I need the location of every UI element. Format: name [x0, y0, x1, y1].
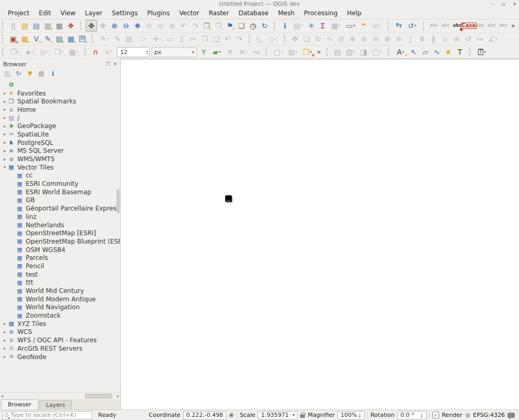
tree-item-vt-zoomstack[interactable]: ▦Zoomstack	[0, 311, 120, 320]
menu-layer[interactable]: Layer	[80, 8, 107, 19]
toolbar-drag-handle[interactable]	[92, 35, 95, 43]
crs-status[interactable]: EPSG:4326	[473, 412, 505, 418]
new-map-view[interactable]: ❐✦	[201, 20, 213, 32]
chevron-down-icon[interactable]: ▾	[275, 37, 277, 41]
tree-item-vt-osm-blueprint[interactable]: ▦OpenStreetMap Blueprint (ESRI)	[0, 237, 120, 246]
tree-item-vt-openstreetmap-esri[interactable]: ▦OpenStreetMap [ESRI]	[0, 229, 120, 237]
chevron-down-icon[interactable]: ▾	[379, 24, 382, 28]
scroll-thumb[interactable]	[85, 394, 112, 398]
tree-item-favorites[interactable]: ▸★Favorites	[0, 89, 120, 98]
menu-database[interactable]: Database	[234, 8, 273, 19]
tree-item-vt-netherlands[interactable]: ▦Netherlands	[0, 221, 120, 229]
toolbar-drag-handle[interactable]	[84, 48, 88, 56]
add-mesh-layer[interactable]: M✦	[77, 33, 88, 45]
tree-item-postgresql[interactable]: ▸♞PostgreSQL	[0, 139, 120, 147]
style-manager[interactable]: ❖	[65, 20, 77, 32]
scale-combobox[interactable]: 1:935971▾	[258, 411, 298, 419]
tree-item-root-folder[interactable]: ▸▨/	[0, 114, 120, 122]
add-vector-layer[interactable]: V✦	[30, 33, 42, 45]
new-print-layout[interactable]: ▥✦	[42, 20, 54, 32]
refresh-map[interactable]: ↻	[259, 20, 270, 32]
zoom-in[interactable]: ⊕	[109, 20, 120, 32]
expander-icon[interactable]: ▸	[2, 157, 7, 162]
deselect-all[interactable]: ❒✕▾	[300, 46, 315, 58]
expander-icon[interactable]: ▸	[2, 116, 7, 120]
polygon-annotation[interactable]: ▱	[419, 46, 431, 58]
close-panel-button[interactable]: ✕	[113, 61, 117, 67]
float-panel-button[interactable]: ❐	[105, 61, 110, 67]
zoom-out[interactable]: ⊖	[120, 20, 132, 32]
tree-item-vt-parcels[interactable]: ▦Parcels	[0, 254, 120, 262]
line-annotation[interactable]: ∿	[431, 46, 442, 58]
zoom-full-extent[interactable]: ❖	[132, 20, 143, 32]
map-tips[interactable]: ❝	[358, 20, 369, 32]
create-annotation-layer[interactable]: A✦▾	[393, 46, 408, 58]
properties-widget[interactable]: ℹ	[48, 69, 58, 78]
expander-icon[interactable]: ▸	[2, 132, 7, 136]
scale-lock-icon[interactable]	[300, 414, 305, 418]
tree-item-vt-world-navigation[interactable]: ▦World Navigation	[0, 303, 120, 312]
pan-map[interactable]: ✥	[86, 20, 97, 32]
close-button[interactable]: ✕	[513, 0, 517, 8]
measure-line[interactable]: ▭▾	[343, 20, 358, 32]
expander-icon[interactable]: ▸	[2, 140, 7, 145]
tree-item-spatial-bookmarks[interactable]: ▸❒Spatial Bookmarks	[0, 97, 120, 106]
expander-icon[interactable]: ▸	[2, 91, 7, 96]
enable-snapping[interactable]: ∩	[90, 46, 101, 58]
chevron-down-icon[interactable]: ▾	[353, 24, 355, 28]
tree-item-vt-esri-community[interactable]: ▦ESRI Community	[0, 180, 120, 188]
chevron-down-icon[interactable]: ▾	[484, 50, 486, 54]
tree-item-xyz-tiles[interactable]: ▸▩XYZ Tiles	[0, 320, 120, 328]
menu-vector[interactable]: Vector	[174, 8, 204, 19]
chevron-down-icon[interactable]: ▾	[192, 50, 194, 55]
expander-icon[interactable]: ▸	[2, 99, 7, 104]
add-raster-layer[interactable]: ▦✦	[19, 33, 30, 45]
messages-icon[interactable]	[507, 413, 515, 418]
toolbar-drag-handle[interactable]	[2, 48, 5, 56]
tree-item-vt-ttt[interactable]: ▦ttt	[0, 279, 120, 287]
toolbar-overflow-top[interactable]: »	[509, 22, 517, 29]
spin-arrows-icon[interactable]: ▴▾	[146, 49, 149, 55]
maximize-button[interactable]: ▫	[502, 0, 505, 8]
tree-horizontal-scrollbar[interactable]: ◂ ▸	[0, 392, 120, 399]
tree-item-vt-osm-wgs84[interactable]: ▦OSM WGS84	[0, 246, 120, 254]
tree-item-vt-cc[interactable]: ▦cc	[0, 172, 120, 180]
chevron-down-icon[interactable]: ▾	[111, 50, 113, 54]
chevron-down-icon[interactable]: ▾	[295, 50, 298, 54]
extent-toggle-icon[interactable]: ※	[229, 412, 234, 419]
toolbar-drag-handle[interactable]	[388, 48, 391, 56]
snapping-units[interactable]: px▾	[152, 47, 197, 57]
menu-processing[interactable]: Processing	[299, 8, 342, 19]
tree-item-vt-geoportail[interactable]: ▦Géoportail Parcellaire Express (style n…	[0, 204, 120, 213]
text-annotation-along-line[interactable]: T▾	[474, 46, 489, 58]
toolbar-drag-handle[interactable]	[2, 22, 5, 30]
snapping-tolerance[interactable]: 12▴▾	[117, 47, 150, 57]
toolbar-drag-handle[interactable]	[326, 48, 330, 56]
python-console[interactable]: Py	[393, 20, 405, 32]
expander-icon[interactable]: ▸	[2, 124, 7, 129]
toolbar-drag-handle[interactable]	[423, 22, 426, 30]
statistical-summary[interactable]: Σ	[317, 20, 329, 32]
add-wms-layer[interactable]: ▦✦	[65, 33, 77, 45]
chevron-down-icon[interactable]: ▾	[415, 24, 417, 28]
new-project[interactable]: ▯	[7, 20, 19, 32]
toolbar-drag-handle[interactable]	[469, 48, 472, 56]
menu-help[interactable]: Help	[342, 8, 366, 19]
tree-item-vt-world-modern-antique[interactable]: ▦World Modern Antique	[0, 295, 120, 303]
processing-toolbox[interactable]: ✳	[305, 20, 317, 32]
toolbar-drag-handle[interactable]	[266, 48, 269, 56]
toolbar-drag-handle[interactable]	[274, 22, 277, 30]
expander-icon[interactable]: ▸	[2, 149, 7, 153]
add-delimited-text-layer[interactable]: ✎✦	[42, 33, 54, 45]
plugin-reload[interactable]: ↺▾	[405, 20, 419, 32]
expander-icon[interactable]: ▸	[2, 346, 7, 351]
tree-item-vt-esri-world-basemap[interactable]: ▦ESRI World Basemap	[0, 188, 120, 196]
coordinate-field[interactable]: 0.222,-0.498	[183, 411, 226, 419]
chevron-down-icon[interactable]: ▾	[107, 37, 109, 41]
show-spatial-bookmarks[interactable]: ❏	[236, 20, 247, 32]
expander-icon[interactable]: ▸	[2, 338, 7, 343]
marker-annotation[interactable]: ★	[442, 46, 454, 58]
rotation-spinbox[interactable]: 0.0 °▴▾	[397, 411, 427, 419]
tree-item-vt-linz[interactable]: ▦linz	[0, 213, 120, 221]
magnifier-spinbox[interactable]: 100%▴▾	[337, 411, 365, 419]
